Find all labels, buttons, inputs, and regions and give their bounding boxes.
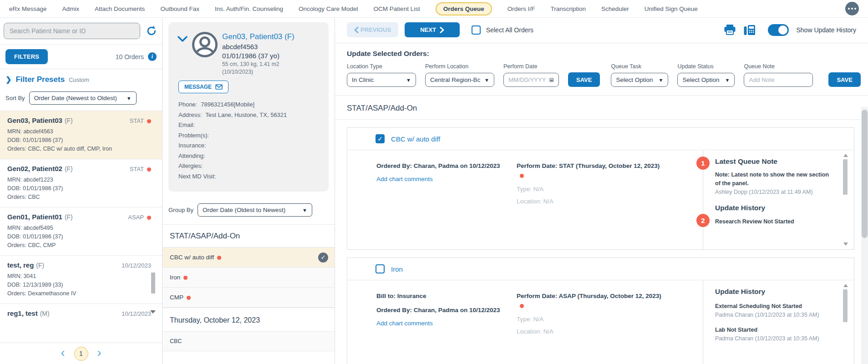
patient-row-gen01[interactable]: Gen01, Patient01 (F) ASAP MRN: abcdef549… xyxy=(0,207,162,256)
fax-icon[interactable] xyxy=(743,24,756,36)
orders-toolbar: PREVIOUS NEXT Select All Orders xyxy=(335,18,868,43)
update-status-select[interactable]: Select Option ▼ xyxy=(677,73,735,87)
filters-button[interactable]: FILTERS xyxy=(5,49,48,64)
perform-date-input[interactable]: MM/DD/YYYY xyxy=(503,73,559,87)
chevron-left-icon xyxy=(354,27,359,33)
order-item-cbc-auto-diff[interactable]: CBC w/ auto diff ✓ xyxy=(162,248,335,268)
sort-by-label: Sort By xyxy=(5,95,25,101)
nav-unified-sign-queue[interactable]: Unified Sign Queue xyxy=(645,5,698,12)
select-all-label: Select All Orders xyxy=(486,26,533,34)
nav-outbound-fax[interactable]: Outbound Fax xyxy=(160,5,199,12)
previous-button[interactable]: PREVIOUS xyxy=(347,22,398,37)
save-button-2[interactable]: SAVE xyxy=(828,72,860,87)
collapse-chevron-icon[interactable] xyxy=(178,36,188,42)
nav-scheduler[interactable]: Scheduler xyxy=(601,5,629,12)
print-icon[interactable] xyxy=(724,24,736,35)
perform-location-select[interactable]: Central Region-Bc ▼ xyxy=(425,73,494,87)
order-title-link[interactable]: Iron xyxy=(391,265,403,273)
sort-by-select[interactable]: Order Date (Newest to Oldest) ▼ xyxy=(29,91,137,105)
nav-ocm-patient-list[interactable]: OCM Patient List xyxy=(374,5,420,12)
next-button[interactable]: NEXT xyxy=(405,22,460,37)
nav-admix[interactable]: Admix xyxy=(62,5,80,12)
chevron-down-icon: ▼ xyxy=(659,77,664,83)
nav-attach-documents[interactable]: Attach Documents xyxy=(95,5,145,12)
patient-row-gen02[interactable]: Gen02, Patient02 (F) STAT MRN: abcdef122… xyxy=(0,159,162,207)
nav-orders-queue-active[interactable]: Orders Queue xyxy=(436,2,492,15)
save-button[interactable]: SAVE xyxy=(568,72,600,87)
add-chart-comments-link[interactable]: Add chart comments xyxy=(376,176,517,182)
filter-presets-toggle[interactable]: ❯ Filter Presets Custom xyxy=(0,69,162,89)
patient-row-reg1-test[interactable]: reg1, test (M) 10/12/2023 MRN: 30411 xyxy=(0,304,162,317)
order-item-iron[interactable]: Iron xyxy=(162,268,335,288)
field-value: 7896321456[Mobile] xyxy=(201,101,254,108)
location-type-value: In Clinic xyxy=(352,76,374,83)
nav-oncology-care-model[interactable]: Oncology Care Model xyxy=(299,5,358,12)
patient-sex: (F) xyxy=(36,262,44,269)
order-checkbox[interactable]: ✓ xyxy=(376,134,385,143)
scroll-down-arrow-icon[interactable] xyxy=(843,243,848,246)
order-item-cbc[interactable]: CBC xyxy=(162,332,335,351)
filter-presets-value: Custom xyxy=(69,76,89,83)
show-update-history-toggle[interactable] xyxy=(768,24,789,36)
nav-ins-auth-fin-counseling[interactable]: Ins. Auth/Fin. Counseling xyxy=(215,5,283,12)
page-previous-chevron[interactable]: ‹ xyxy=(61,347,65,359)
order-item-cmp[interactable]: CMP xyxy=(162,288,335,308)
location-type-select[interactable]: In Clinic ▼ xyxy=(347,73,416,87)
notes-scrollbar[interactable] xyxy=(843,154,848,246)
history-author: Padma Charan (10/12/2023 at 10:35 AM) xyxy=(715,334,833,343)
queue-note-author: Ashley Dopp (10/12/2023 at 11:49 AM) xyxy=(715,188,833,197)
chevron-down-icon: ▼ xyxy=(302,207,307,213)
page-number[interactable]: 1 xyxy=(74,347,88,361)
patient-row-test-reg[interactable]: test, reg (F) 10/12/2023 MRN: 3041 DOB: … xyxy=(0,256,162,304)
scroll-down-arrow-icon[interactable] xyxy=(150,310,156,313)
refresh-icon[interactable] xyxy=(146,25,157,37)
patient-sex: (F) xyxy=(65,213,73,221)
group-by-label: Group By xyxy=(168,207,193,213)
scroll-up-arrow-icon[interactable] xyxy=(843,284,848,287)
info-icon[interactable]: i xyxy=(148,52,157,61)
group-by-value: Order Date (Oldest to Newest) xyxy=(203,207,285,213)
patient-demographics: Phone:7896321456[Mobile] Address:Test La… xyxy=(174,100,323,182)
patient-id: abcdef4563 xyxy=(222,43,294,51)
scrollbar-thumb[interactable] xyxy=(843,289,848,322)
queue-task-select[interactable]: Select Option ▼ xyxy=(611,73,668,87)
queue-note-text: Note: Latest note to show the new sectio… xyxy=(715,171,833,188)
notes-scrollbar[interactable] xyxy=(843,284,848,364)
order-checkbox[interactable] xyxy=(376,264,385,273)
message-button[interactable]: MESSAGE xyxy=(178,81,228,93)
patient-dob: 01/01/1986 (37 yo) xyxy=(222,52,294,60)
more-menu-ellipsis-icon[interactable] xyxy=(845,2,859,15)
group-by-select[interactable]: Order Date (Oldest to Newest) ▼ xyxy=(198,203,312,217)
scrollbar-thumb[interactable] xyxy=(862,110,868,238)
patient-dob: DOB: 01/01/1986 (37) xyxy=(7,184,151,193)
field-label: Attending: xyxy=(178,152,205,159)
queue-note-input[interactable] xyxy=(744,73,813,87)
patient-list: Gen03, Patient03 (F) STAT MRN: abcdef456… xyxy=(0,111,162,317)
patient-name: Gen02, Patient02 xyxy=(7,165,62,172)
page-next-chevron[interactable]: › xyxy=(97,347,102,359)
nav-transcription[interactable]: Transcription xyxy=(550,5,586,12)
order-item-label: CMP xyxy=(170,294,183,301)
field-label: Next MD Visit: xyxy=(178,173,216,180)
field-label: Address: xyxy=(178,111,202,118)
history-status: Lab Not Started xyxy=(715,326,833,334)
main-scrollbar[interactable] xyxy=(861,107,868,364)
order-date-label: 10/12/2023 xyxy=(122,310,151,317)
show-update-history-label: Show Update History xyxy=(796,26,856,34)
patient-name: Gen01, Patient01 xyxy=(7,213,62,221)
nav-erx-message[interactable]: eRx Message xyxy=(9,5,47,12)
select-all-checkbox[interactable] xyxy=(472,25,481,35)
order-location: Location: N/A xyxy=(517,198,698,205)
patient-mrn: MRN: 3041 xyxy=(7,272,151,281)
scroll-up-arrow-icon[interactable] xyxy=(843,154,848,157)
order-title-link[interactable]: CBC w/ auto diff xyxy=(391,135,440,143)
nav-orders-if[interactable]: Orders I/F xyxy=(508,5,535,12)
add-chart-comments-link[interactable]: Add chart comments xyxy=(376,320,517,327)
perform-date: Perform Date: ASAP (Thursday, October 12… xyxy=(517,293,661,299)
stat-dot-icon xyxy=(147,167,151,172)
patient-avatar xyxy=(192,31,218,58)
patient-row-gen03[interactable]: Gen03, Patient03 (F) STAT MRN: abcdef456… xyxy=(0,111,162,159)
patient-search-input[interactable] xyxy=(4,23,140,39)
scrollbar-thumb[interactable] xyxy=(843,159,848,195)
sidebar-scrollbar-thumb[interactable] xyxy=(151,273,155,293)
